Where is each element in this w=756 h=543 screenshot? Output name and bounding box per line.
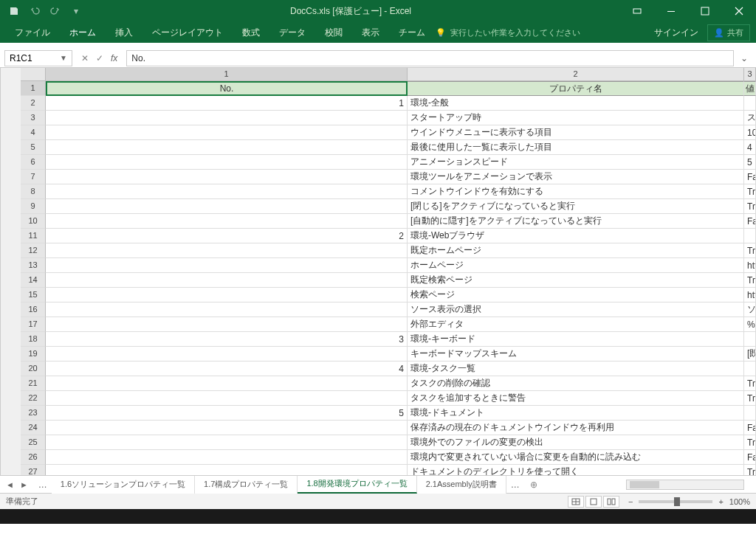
qat-dropdown-icon[interactable]: ▾ [71,6,81,16]
header-name[interactable]: プロパティ名 [408,81,744,96]
cell-no[interactable] [46,111,408,125]
share-button[interactable]: 👤 共有 [707,24,750,41]
redo-icon[interactable] [50,6,61,16]
cell-no[interactable] [46,288,408,302]
cell-value[interactable]: True [744,199,756,214]
cell-name[interactable]: 既定検索ページ [408,273,744,288]
row-header[interactable]: 17 [21,317,46,332]
sheet-prev-icon[interactable]: ◄ [6,480,14,489]
cell-value[interactable]: ソースエディタ [744,302,756,317]
maximize-button[interactable] [688,0,722,22]
row-header[interactable]: 18 [21,332,46,347]
row-header[interactable]: 7 [21,170,46,184]
cell-value[interactable] [744,229,756,243]
cell-value[interactable] [744,96,756,111]
row-header[interactable]: 21 [21,376,46,391]
row-header[interactable]: 15 [21,288,46,302]
row-header[interactable]: 5 [21,140,46,155]
cell-value[interactable] [744,332,756,347]
header-value[interactable]: 値 [744,81,756,96]
cell-name[interactable]: ソース表示の選択 [408,302,744,317]
row-header[interactable]: 3 [21,111,46,125]
sheet-tab-0[interactable]: 1.6ソリューションプロパティ一覧 [52,476,195,494]
cell-name[interactable]: 環境-キーボード [408,332,744,347]
zoom-slider[interactable] [639,500,712,503]
zoom-out-icon[interactable]: − [628,497,633,506]
cell-name[interactable]: ウインドウメニューに表示する項目 [408,125,744,140]
cell-name[interactable]: 外部エディタ [408,317,744,332]
undo-icon[interactable] [30,6,40,16]
row-header[interactable]: 20 [21,362,46,376]
cell-no[interactable]: 3 [46,332,408,347]
cell-name[interactable]: 環境外でのファイルの変更の検出 [408,435,744,450]
add-sheet-icon[interactable]: ⊕ [524,480,543,490]
cell-no[interactable] [46,465,408,475]
enter-icon[interactable]: ✓ [96,53,103,63]
cell-no[interactable] [46,273,408,288]
cell-value[interactable]: True [744,435,756,450]
cell-no[interactable] [46,170,408,184]
cell-name[interactable]: 検索ページ [408,288,744,302]
zoom-in-icon[interactable]: + [718,497,723,506]
cell-name[interactable]: 環境-Webブラウザ [408,229,744,243]
sheet-more-left[interactable]: … [34,480,52,490]
sheet-tab-2[interactable]: 1.8開発環境プロパティ一覧 [298,476,416,494]
cell-name[interactable]: タスクの削除の確認 [408,376,744,391]
cell-name[interactable]: 環境-全般 [408,96,744,111]
sheet-more-right[interactable]: … [506,480,524,490]
cell-value[interactable]: http://www.microsoft.com/japan/developer [744,288,756,302]
row-header[interactable]: 12 [21,243,46,258]
cell-value[interactable] [744,406,756,421]
vertical-scrollbar[interactable] [0,68,21,475]
cell-value[interactable]: True [744,273,756,288]
cell-value[interactable]: [既定の設定] [744,347,756,362]
cell-value[interactable]: False [744,450,756,465]
row-header[interactable]: 4 [21,125,46,140]
cell-no[interactable] [46,421,408,435]
name-box[interactable]: R1C1 ▼ [4,50,72,66]
cell-value[interactable]: False [744,170,756,184]
col-header[interactable]: 2 [408,68,744,81]
row-header[interactable]: 6 [21,155,46,170]
row-header[interactable]: 24 [21,421,46,435]
row-header[interactable]: 14 [21,273,46,288]
cell-no[interactable] [46,258,408,273]
cell-name[interactable]: 環境ツールをアニメーションで表示 [408,170,744,184]
row-header[interactable]: 16 [21,302,46,317]
tab-team[interactable]: チーム [390,22,434,43]
tab-file[interactable]: ファイル [6,22,59,43]
cell-value[interactable]: True [744,243,756,258]
cell-no[interactable] [46,347,408,362]
tell-me[interactable]: 💡 実行したい作業を入力してください [436,27,580,38]
tab-insert[interactable]: 挿入 [106,22,142,43]
cell-name[interactable]: 環境内で変更されていない場合に変更を自動的に読み込む [408,450,744,465]
fx-icon[interactable]: fx [111,53,117,63]
chevron-down-icon[interactable]: ▼ [60,54,67,62]
row-header[interactable]: 22 [21,391,46,406]
tab-home[interactable]: ホーム [61,22,105,43]
cell-name[interactable]: ホームページ [408,258,744,273]
cell-no[interactable]: 4 [46,362,408,376]
row-header[interactable]: 9 [21,199,46,214]
cell-no[interactable] [46,391,408,406]
view-pagebreak-icon[interactable] [603,496,619,508]
cell-name[interactable]: 保存済みの現在のドキュメントウインドウを再利用 [408,421,744,435]
save-icon[interactable] [9,6,19,16]
cell-no[interactable]: 1 [46,96,408,111]
row-header[interactable]: 19 [21,347,46,362]
view-normal-icon[interactable] [568,496,584,508]
cell-name[interactable]: 環境-タスク一覧 [408,362,744,376]
cell-name[interactable]: タスクを追加するときに警告 [408,391,744,406]
cell-name[interactable]: アニメーションスピード [408,155,744,170]
sheet-tab-1[interactable]: 1.7構成プロパティ一覧 [195,476,298,494]
formula-input[interactable]: No. [126,50,734,66]
cell-no[interactable] [46,435,408,450]
cell-name[interactable]: ドキュメントのディレクトリを使って開く [408,465,744,475]
col-header[interactable]: 3 [744,68,756,81]
row-header[interactable]: 25 [21,435,46,450]
tab-data[interactable]: データ [270,22,315,43]
sheet-next-icon[interactable]: ► [20,480,28,489]
close-button[interactable] [722,0,756,22]
cell-name[interactable]: キーボードマップスキーム [408,347,744,362]
row-header[interactable]: 8 [21,184,46,199]
